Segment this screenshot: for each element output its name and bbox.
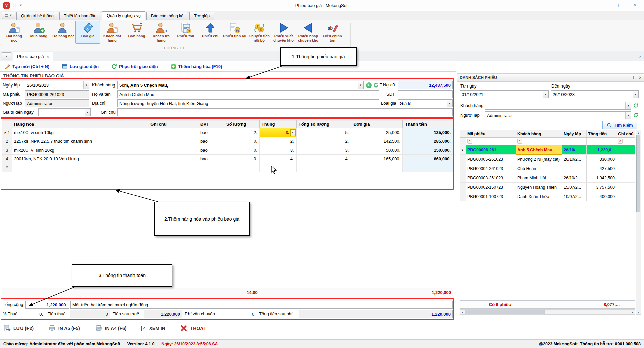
chevron-down-icon[interactable]: ▼: [85, 109, 90, 116]
scroll-up-icon[interactable]: ▲: [636, 130, 641, 135]
thue-pct-input[interactable]: [27, 310, 45, 318]
cell-don-gia[interactable]: 50,000.: [351, 146, 403, 154]
cell-tong-so-luong[interactable]: [297, 163, 352, 172]
panel-nguoi-lap-select[interactable]: Administrator ▼: [485, 111, 631, 119]
add-item-button[interactable]: + Thêm hàng hóa (F10): [171, 64, 222, 69]
cell-ghi-chu[interactable]: [148, 146, 198, 154]
chevron-down-icon[interactable]: ▼: [83, 81, 89, 89]
ribbon-bao-gia[interactable]: Báo giá: [75, 21, 100, 44]
cell-ghi-chu[interactable]: [148, 155, 198, 163]
search-button[interactable]: Tìm kiếm: [602, 121, 637, 129]
col-header-thanh-tien[interactable]: Thành tiền: [403, 120, 453, 128]
ho-va-ten-input[interactable]: [117, 90, 379, 98]
dia-chi-input[interactable]: [117, 99, 379, 107]
save-button[interactable]: LƯU (F2): [3, 325, 34, 332]
scrollbar-thumb[interactable]: [636, 135, 640, 212]
ribbon-dieu-chinh-ton[interactable]: ab Điều chỉnh tồn: [320, 21, 345, 44]
ribbon-ban-hang[interactable]: Bán hàng: [124, 21, 149, 44]
cell-tong-so-luong[interactable]: 4.: [297, 155, 352, 163]
ribbon-khach-tra-hang[interactable]: Khách trả hàng: [149, 21, 173, 44]
cell-thung-editing[interactable]: 3.▼: [260, 128, 297, 137]
minimize-button[interactable]: –: [596, 0, 612, 11]
application-menu-button[interactable]: ▼: [2, 12, 15, 19]
ribbon-khach-dat-hang[interactable]: Khách đặt hàng: [100, 21, 124, 44]
list-item[interactable]: PBG00003-261023 Phạm Minh Hải 26/10/2...…: [460, 173, 635, 183]
list-item[interactable]: PBG00004-261023 Chú Hoàn 427,500: [460, 164, 635, 173]
col-header-ma-phieu[interactable]: Mã phiếu: [466, 130, 516, 137]
tong-cong-input[interactable]: [25, 301, 69, 309]
chevron-down-icon[interactable]: ▼: [358, 81, 363, 89]
tien-thue-input[interactable]: [70, 310, 110, 318]
checkbox-icon[interactable]: ✓: [141, 326, 146, 331]
cell-dvt[interactable]: bao: [198, 128, 224, 137]
cell-hang-hoa[interactable]: mix200, Vi sinh 20kg: [12, 146, 148, 154]
tab-area-close-button[interactable]: ×: [639, 54, 641, 59]
cell-dvt[interactable]: bao: [198, 146, 224, 154]
ngay-lap-select[interactable]: 26/10/2023 ▼: [25, 81, 89, 89]
table-row[interactable]: 3 mix200, Vi sinh 20kg bao 0. 3. 3. 50,0…: [2, 146, 453, 155]
cell-ghi-chu[interactable]: [148, 137, 198, 146]
col-header-khach-hang[interactable]: Khách hàng: [516, 130, 562, 137]
table-row[interactable]: 2 1257ks, NPK 12.5.7 thúc tím khánh sinh…: [2, 137, 453, 146]
cell-thanh-tien[interactable]: 660,000.: [403, 155, 453, 163]
col-header-ngay-lap[interactable]: Ngày lập: [562, 130, 587, 137]
tien-sau-thue-input[interactable]: [144, 310, 182, 318]
cell-thanh-tien[interactable]: 150,000.: [403, 146, 453, 154]
close-button[interactable]: ×: [627, 0, 643, 11]
cell-thung[interactable]: 2.: [260, 137, 297, 146]
cell-so-luong[interactable]: 0.: [224, 137, 260, 146]
chevron-down-icon[interactable]: ▼: [447, 100, 452, 107]
cell-dvt[interactable]: bao: [198, 155, 224, 163]
chevron-down-icon[interactable]: ▼: [625, 102, 631, 109]
table-row-new[interactable]: *: [2, 163, 453, 172]
list-item[interactable]: PBG00001-100723 Danh Xuân Thừa 10/07/2..…: [460, 192, 635, 201]
cell-ghi-chu[interactable]: [148, 128, 198, 137]
cell-tong-so-luong[interactable]: 2.: [297, 137, 352, 146]
cell-thung[interactable]: [260, 163, 297, 172]
ribbon-tra-hang-ncc[interactable]: Trả hàng ncc: [51, 21, 75, 44]
panel-close-icon[interactable]: ×: [639, 75, 641, 80]
khach-hang-select[interactable]: 5cm, Anh 5 Chệch Mau, ▼: [117, 81, 364, 89]
ribbon-dat-hang-ncc[interactable]: Đặt hàng ncc: [2, 21, 26, 44]
cell-thung[interactable]: 4.: [260, 155, 297, 163]
chevron-down-icon[interactable]: ▼: [625, 112, 631, 119]
save-layout-button[interactable]: Lưu giao diện: [62, 64, 99, 69]
cell-thung[interactable]: 3.: [260, 146, 297, 154]
loai-gia-select[interactable]: Giá lẻ ▼: [398, 99, 453, 107]
amount-in-words-input[interactable]: [70, 301, 453, 309]
col-header-thung[interactable]: Thùng: [260, 120, 297, 128]
cell-don-gia[interactable]: 165,000.: [351, 155, 403, 163]
cell-don-gia[interactable]: 142,500.: [351, 137, 403, 146]
ribbon-phieu-xuat-chuyen-kho[interactable]: Phiếu xuất chuyển kho: [271, 21, 296, 44]
sdt-input[interactable]: [398, 90, 453, 98]
cell-hang-hoa[interactable]: 1257ks, NPK 12.5.7 thúc tím khánh sinh: [12, 137, 148, 146]
cell-tong-so-luong[interactable]: 5.: [297, 128, 352, 137]
chevron-down-icon[interactable]: ▼: [543, 91, 548, 98]
ribbon-phieu-chi[interactable]: Phiếu chi: [198, 21, 222, 44]
cell-so-luong[interactable]: 0.: [224, 146, 260, 154]
refresh-panel-user-button[interactable]: [633, 112, 639, 118]
ribbon-chuyen-tien-noi-bo[interactable]: €€ Chuyển tiền nội bộ: [247, 21, 271, 44]
quick-access-caret-icon[interactable]: ▼: [19, 4, 22, 7]
col-header-don-gia[interactable]: Đơn giá: [351, 120, 403, 128]
den-ngay-select[interactable]: 26/10/2023 ▼: [551, 90, 639, 98]
ribbon-phieu-nhap-chuyen-kho[interactable]: Phiếu nhập chuyển kho: [296, 21, 320, 44]
cell-hang-hoa[interactable]: [12, 163, 148, 172]
ghi-chu-input[interactable]: [117, 108, 453, 116]
col-header-hang-hoa[interactable]: Hàng hóa: [12, 120, 148, 128]
exit-button[interactable]: THOÁT: [180, 325, 206, 332]
refresh-customer-button[interactable]: [373, 82, 379, 88]
menu-tab-quan-ly-nghiep-vu[interactable]: Quản lý nghiệp vụ: [102, 11, 145, 20]
cell-so-luong[interactable]: [224, 163, 260, 172]
cell-don-gia[interactable]: 25,000.: [351, 128, 403, 137]
chevron-down-icon[interactable]: ▼: [633, 91, 638, 98]
chevron-down-icon[interactable]: ▼: [290, 129, 296, 136]
refresh-panel-customer-button[interactable]: [633, 102, 639, 108]
new-button[interactable]: Tạo mới (Ctrl + N): [5, 64, 49, 69]
gia-tri-den-ngay-select[interactable]: ▼: [38, 108, 91, 116]
menu-tab-tro-giup[interactable]: Trợ giúp: [189, 12, 214, 20]
cell-don-gia[interactable]: [351, 163, 403, 172]
horizontal-scrollbar[interactable]: ◄ ►: [460, 309, 635, 315]
ribbon-mua-hang[interactable]: Mua hàng: [26, 21, 51, 44]
menu-tab-bao-cao-thong-ke[interactable]: Báo cáo thống kê: [146, 12, 188, 20]
